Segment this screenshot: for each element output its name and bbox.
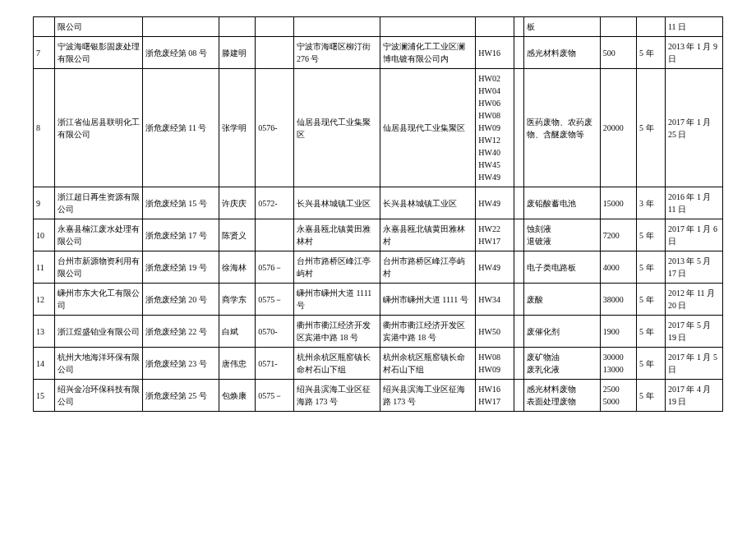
cell-phone: 0571- <box>256 348 294 380</box>
cell-term: 5 年 <box>637 37 666 69</box>
document-page: 限公司板11 日7宁波海曙银影固废处理有限公司浙危废经第 08 号滕建明宁波市海… <box>0 0 756 535</box>
cell-company: 浙江超日再生资源有限公司 <box>54 187 142 219</box>
cell-cls <box>514 316 523 348</box>
cell-desc: 电子类电路板 <box>523 251 600 284</box>
cell-license <box>142 17 219 37</box>
cell-date: 11 日 <box>665 17 722 37</box>
cell-cap: 20000 <box>600 69 636 187</box>
cell-rep: 商学东 <box>219 284 256 316</box>
cell-date: 2017 年 1 月 25 日 <box>665 69 722 187</box>
cell-cap <box>600 17 636 37</box>
cell-cap: 25005000 <box>600 380 636 412</box>
cell-addr: 永嘉县瓯北镇黄田雅林村 <box>293 219 380 251</box>
table-row: 10永嘉县楠江废水处理有限公司浙危废经第 17 号陈贤义永嘉县瓯北镇黄田雅林村永… <box>34 219 723 251</box>
cell-cap: 3000013000 <box>600 348 636 380</box>
table-row: 7宁波海曙银影固废处理有限公司浙危废经第 08 号滕建明宁波市海曙区柳汀街 27… <box>34 37 723 69</box>
cell-company: 宁波海曙银影固废处理有限公司 <box>54 37 142 69</box>
cell-cls <box>514 284 523 316</box>
cell-date: 2017 年 1 月 5 日 <box>665 348 722 380</box>
cell-idx: 12 <box>34 284 55 316</box>
cell-idx: 9 <box>34 187 55 219</box>
table-row: 限公司板11 日 <box>34 17 723 37</box>
cell-cap: 4000 <box>600 251 636 284</box>
cell-cls <box>514 37 523 69</box>
cell-loc: 台州市路桥区峰江亭屿村 <box>380 251 476 284</box>
cell-rep: 陈贤义 <box>219 219 256 251</box>
cell-phone: 0570- <box>256 316 294 348</box>
cell-cls <box>514 17 523 37</box>
cell-addr: 嵊州市嵊州大道 1111 号 <box>293 284 380 316</box>
cell-desc: 废铅酸蓄电池 <box>523 187 600 219</box>
cell-idx: 14 <box>34 348 55 380</box>
cell-idx: 11 <box>34 251 55 284</box>
cell-addr: 仙居县现代工业集聚区 <box>293 69 380 187</box>
cell-desc: 废催化剂 <box>523 316 600 348</box>
cell-cap: 1900 <box>600 316 636 348</box>
cell-license: 浙危废经第 08 号 <box>142 37 219 69</box>
cell-cap: 7200 <box>600 219 636 251</box>
cell-term: 5 年 <box>637 348 666 380</box>
cell-license: 浙危废经第 15 号 <box>142 187 219 219</box>
cell-loc: 杭州余杭区瓶窑镇长命村石山下组 <box>380 348 476 380</box>
cell-desc: 板 <box>523 17 600 37</box>
cell-idx <box>34 17 55 37</box>
table-row: 12嵊州市东大化工有限公司浙危废经第 20 号商学东0575－嵊州市嵊州大道 1… <box>34 284 723 316</box>
cell-term: 5 年 <box>637 284 666 316</box>
cell-rep: 张学明 <box>219 69 256 187</box>
cell-date: 2017 年 5 月 19 日 <box>665 316 722 348</box>
cell-phone: 0572- <box>256 187 294 219</box>
cell-desc: 废矿物油废乳化液 <box>523 348 600 380</box>
cell-addr: 杭州余杭区瓶窑镇长命村石山下组 <box>293 348 380 380</box>
cell-company: 绍兴金冶环保科技有限公司 <box>54 380 142 412</box>
cell-idx: 7 <box>34 37 55 69</box>
table-row: 15绍兴金冶环保科技有限公司浙危废经第 25 号包焕康0575－绍兴县滨海工业区… <box>34 380 723 412</box>
cell-license: 浙危废经第 20 号 <box>142 284 219 316</box>
cell-rep: 包焕康 <box>219 380 256 412</box>
cell-codes: HW16HW17 <box>476 380 514 412</box>
cell-idx: 10 <box>34 219 55 251</box>
cell-phone: 0575－ <box>256 284 294 316</box>
cell-term <box>637 17 666 37</box>
cell-term: 5 年 <box>637 219 666 251</box>
table-row: 13浙江煜盛铂业有限公司浙危废经第 22 号白斌0570-衢州市衢江经济开发区宾… <box>34 316 723 348</box>
cell-date: 2017 年 4 月 19 日 <box>665 380 722 412</box>
cell-company: 浙江省仙居县联明化工有限公司 <box>54 69 142 187</box>
cell-codes <box>476 17 514 37</box>
cell-term: 5 年 <box>637 380 666 412</box>
cell-cap: 38000 <box>600 284 636 316</box>
cell-date: 2016 年 1 月 11 日 <box>665 187 722 219</box>
waste-permit-table: 限公司板11 日7宁波海曙银影固废处理有限公司浙危废经第 08 号滕建明宁波市海… <box>33 16 723 412</box>
cell-company: 杭州大地海洋环保有限公司 <box>54 348 142 380</box>
cell-phone: 0575－ <box>256 380 294 412</box>
cell-phone <box>256 17 294 37</box>
cell-license: 浙危废经第 17 号 <box>142 219 219 251</box>
cell-date: 2012 年 11 月 20 日 <box>665 284 722 316</box>
table-row: 11台州市新源物资利用有限公司浙危废经第 19 号徐海林0576－台州市路桥区峰… <box>34 251 723 284</box>
cell-loc: 长兴县林城镇工业区 <box>380 187 476 219</box>
cell-loc: 宁波澜浦化工工业区澜博电镀有限公司内 <box>380 37 476 69</box>
cell-desc: 感光材料废物表面处理废物 <box>523 380 600 412</box>
cell-phone: 0576- <box>256 69 294 187</box>
table-row: 14杭州大地海洋环保有限公司浙危废经第 23 号唐伟忠0571-杭州余杭区瓶窑镇… <box>34 348 723 380</box>
cell-date: 2013 年 5 月 17 日 <box>665 251 722 284</box>
cell-desc: 废酸 <box>523 284 600 316</box>
cell-codes: HW34 <box>476 284 514 316</box>
table-row: 9浙江超日再生资源有限公司浙危废经第 15 号许庆庆0572-长兴县林城镇工业区… <box>34 187 723 219</box>
cell-addr: 绍兴县滨海工业区征海路 173 号 <box>293 380 380 412</box>
cell-company: 台州市新源物资利用有限公司 <box>54 251 142 284</box>
cell-codes: HW02HW04HW06HW08HW09HW12HW40HW45HW49 <box>476 69 514 187</box>
cell-addr: 长兴县林城镇工业区 <box>293 187 380 219</box>
cell-cls <box>514 187 523 219</box>
cell-term: 5 年 <box>637 316 666 348</box>
cell-loc: 嵊州市嵊州大道 1111 号 <box>380 284 476 316</box>
cell-phone <box>256 37 294 69</box>
cell-loc: 永嘉县瓯北镇黄田雅林村 <box>380 219 476 251</box>
table-row: 8浙江省仙居县联明化工有限公司浙危废经第 11 号张学明0576-仙居县现代工业… <box>34 69 723 187</box>
cell-cls <box>514 69 523 187</box>
cell-phone <box>256 219 294 251</box>
cell-idx: 15 <box>34 380 55 412</box>
cell-rep: 滕建明 <box>219 37 256 69</box>
cell-license: 浙危废经第 23 号 <box>142 348 219 380</box>
cell-company: 限公司 <box>54 17 142 37</box>
cell-date: 2013 年 1 月 9 日 <box>665 37 722 69</box>
